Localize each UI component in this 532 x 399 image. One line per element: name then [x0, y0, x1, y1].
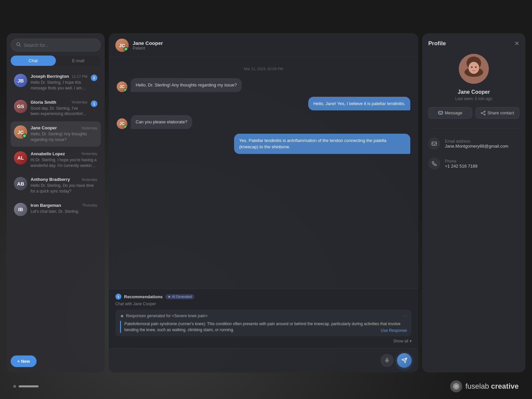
- profile-actions: Message Share contact: [428, 107, 519, 119]
- message-row: JC Can you please elaborate?: [117, 115, 410, 129]
- chat-main: JC Jane Cooper Patient Mar 11, 2024, 02:…: [109, 33, 418, 372]
- contact-name-row: Anthony Bradberry Yesterday: [31, 177, 97, 182]
- contact-item-joseph[interactable]: JB Joseph Berrington 11:17 PM Hello Dr. …: [11, 70, 101, 95]
- contact-item-annabelle[interactable]: AL Annabelle Lopez Yesterday Hi Dr. Ster…: [11, 147, 101, 173]
- svg-point-12: [484, 111, 485, 112]
- share-contact-button[interactable]: Share contact: [475, 107, 519, 119]
- profile-avatar: [459, 54, 489, 84]
- svg-point-13: [481, 112, 482, 114]
- contact-name-row: Jane Cooper Yesterday: [31, 125, 97, 130]
- message-row: Hello, Jane! Yes, I believe it is patell…: [117, 97, 410, 111]
- svg-line-1: [19, 45, 21, 47]
- contact-name: Joseph Berrington: [31, 74, 69, 79]
- profile-panel: Profile ✕: [422, 33, 525, 372]
- contact-name-row: Iron Bargeman Thursday: [31, 203, 97, 208]
- contact-info: Anthony Bradberry Yesterday Hello Dr. St…: [31, 177, 97, 194]
- contact-name: Iron Bargeman: [31, 203, 61, 208]
- contact-name: Annabelle Lopez: [31, 151, 65, 156]
- close-profile-button[interactable]: ✕: [514, 40, 519, 47]
- chat-contact-name: Jane Cooper: [133, 40, 412, 46]
- message-button[interactable]: Message: [428, 107, 472, 119]
- contact-time: Thursday: [82, 203, 97, 207]
- phone-icon: [428, 158, 440, 170]
- rec-item: Responses generated for <Severe knee pai…: [115, 310, 412, 336]
- contact-info: Gloria Smith Yesterday Good day, Dr. Ste…: [31, 100, 87, 117]
- email-contact-item: Email address Jane.Montgomery88@gmail.co…: [428, 134, 519, 154]
- chat-header: JC Jane Cooper Patient: [109, 33, 418, 58]
- contact-item-jane[interactable]: JC Jane Cooper Yesterday Hello, Dr. Ster…: [11, 121, 101, 147]
- rec-icon: ℹ: [115, 294, 121, 300]
- brand-text: fuselab creative: [466, 382, 519, 391]
- contact-time: 11:17 PM: [72, 74, 87, 78]
- rec-item-header: Responses generated for <Severe knee pai…: [120, 313, 407, 319]
- bottom-bar: fuselab creative: [0, 380, 532, 392]
- profile-header: Profile ✕: [428, 40, 519, 47]
- contact-avatar: AL: [14, 151, 27, 165]
- contact-item-iron[interactable]: IB Iron Bargeman Thursday Let's chat lat…: [11, 199, 101, 220]
- contact-preview: Hello Dr. Sterling. Do you have time for…: [31, 183, 97, 194]
- phone-value: +1 242 516 7189: [445, 164, 477, 169]
- rec-title: Recommendations: [124, 294, 163, 299]
- chat-header-info: Jane Cooper Patient: [133, 40, 412, 51]
- contact-list: JB Joseph Berrington 11:17 PM Hello Dr. …: [11, 70, 101, 351]
- unread-badge: 2: [91, 74, 97, 81]
- rec-item-text: Patellofemoral pain syndrome (runner's k…: [120, 321, 407, 333]
- contact-item-gloria[interactable]: GS Gloria Smith Yesterday Good day, Dr. …: [11, 96, 101, 121]
- msg-avatar: JC: [117, 81, 127, 92]
- message-row: JC Hello, Dr. Sterling! Any thoughts reg…: [117, 78, 410, 92]
- contact-info: Jane Cooper Yesterday Hello, Dr. Sterlin…: [31, 125, 97, 143]
- new-button[interactable]: + New: [11, 355, 37, 367]
- email-info: Email address Jane.Montgomery88@gmail.co…: [445, 139, 508, 149]
- search-input[interactable]: [24, 43, 95, 48]
- chat-messages: Mar 11, 2024, 02:09 PM JC Hello, Dr. Ste…: [109, 58, 418, 289]
- sidebar: Chat E-mail JB Joseph Berrington 11:17 P…: [7, 33, 105, 372]
- contact-preview: Hi Dr. Sterling. I hope you're having a …: [31, 157, 97, 169]
- contact-preview: Good day, Dr. Sterling. I've been experi…: [31, 106, 87, 117]
- send-button[interactable]: [397, 353, 412, 368]
- contact-name-row: Joseph Berrington 11:17 PM: [31, 74, 87, 79]
- contact-info: Annabelle Lopez Yesterday Hi Dr. Sterlin…: [31, 151, 97, 169]
- chat-contact-role: Patient: [133, 46, 412, 51]
- rec-header: ℹ Recommendations AI Generated: [115, 294, 412, 300]
- contact-info: Iron Bargeman Thursday Let's chat later,…: [31, 203, 97, 214]
- mic-button[interactable]: [380, 354, 394, 367]
- use-response-button[interactable]: Use Response: [381, 328, 407, 333]
- contact-name-row: Gloria Smith Yesterday: [31, 100, 87, 105]
- date-divider: Mar 11, 2024, 02:09 PM: [117, 67, 410, 71]
- contact-preview: Hello Dr. Sterling. I hope this message …: [31, 80, 87, 91]
- show-all-button[interactable]: Show all ▾: [393, 339, 412, 343]
- search-bar: [11, 39, 101, 52]
- svg-point-8: [468, 62, 479, 74]
- contact-name-row: Annabelle Lopez Yesterday: [31, 151, 97, 156]
- contact-info: Joseph Berrington 11:17 PM Hello Dr. Ste…: [31, 74, 87, 91]
- contact-preview: Hello, Dr. Sterling! Any thoughts regard…: [31, 131, 97, 143]
- contact-item-anthony[interactable]: AB Anthony Bradberry Yesterday Hello Dr.…: [11, 173, 101, 198]
- phone-contact-item: Phone +1 242 516 7189: [428, 154, 519, 174]
- msg-avatar: JC: [117, 118, 127, 129]
- recommendations-panel: ℹ Recommendations AI Generated Chat with…: [109, 289, 418, 348]
- bottom-dots: [13, 385, 39, 388]
- phone-info: Phone +1 242 516 7189: [445, 159, 477, 169]
- svg-point-9: [471, 66, 473, 68]
- contact-preview: Let's chat later, Dr. Sterling.: [31, 209, 97, 214]
- brand-icon: [450, 380, 462, 392]
- msg-bubble-sent: Hello, Jane! Yes, I believe it is patell…: [308, 97, 410, 111]
- brand: fuselab creative: [450, 380, 519, 392]
- svg-rect-11: [439, 111, 443, 114]
- contact-name: Jane Cooper: [31, 125, 57, 130]
- tab-email[interactable]: E-mail: [56, 56, 101, 66]
- email-value: Jane.Montgomery88@gmail.com: [445, 144, 508, 149]
- rec-more-icon[interactable]: ···: [403, 313, 407, 319]
- phone-label: Phone: [445, 159, 477, 164]
- chat-header-avatar: JC: [115, 39, 129, 52]
- contact-avatar: JC: [14, 125, 27, 139]
- tab-chat[interactable]: Chat: [11, 56, 56, 66]
- contact-avatar: AB: [14, 177, 27, 190]
- profile-last-seen: Last seen: 5 min ago: [428, 96, 519, 101]
- contact-avatar: IB: [14, 203, 27, 216]
- tab-row: Chat E-mail: [11, 56, 101, 66]
- search-icon: [16, 42, 21, 48]
- contact-avatar: JB: [14, 74, 27, 87]
- contact-name: Anthony Bradberry: [31, 177, 70, 182]
- svg-rect-2: [386, 358, 388, 360]
